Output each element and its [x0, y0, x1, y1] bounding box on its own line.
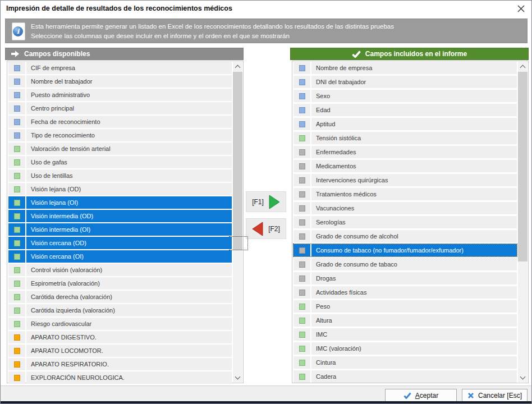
list-item[interactable]: IMC (valoración): [293, 342, 517, 355]
list-item[interactable]: Grado de consumo de tabaco: [293, 258, 517, 270]
list-item[interactable]: IMC: [293, 328, 517, 341]
field-type-icon: [299, 107, 305, 113]
list-item[interactable]: CIF de empresa: [8, 62, 232, 74]
list-item[interactable]: Edad: [293, 104, 517, 116]
list-item[interactable]: Carótida izquierda (valoración): [8, 304, 232, 316]
field-color-cell: [8, 116, 25, 128]
list-item[interactable]: Visión intermedia (OD): [8, 210, 232, 222]
list-item-label: Puesto administrativo: [26, 89, 232, 101]
list-item[interactable]: Aptitud: [293, 118, 517, 130]
field-type-icon: [299, 360, 305, 366]
list-item[interactable]: APARATO RESPIRATORIO.: [8, 358, 232, 370]
list-item[interactable]: Puesto administrativo: [8, 89, 232, 101]
list-item[interactable]: Serologías: [293, 216, 517, 228]
field-color-cell: [293, 314, 310, 327]
scroll-up-icon[interactable]: [233, 62, 242, 71]
field-color-cell: [293, 132, 310, 144]
scroll-down-icon[interactable]: [518, 373, 528, 382]
info-line-2: Seleccione las columnas que desee inclui…: [31, 31, 521, 41]
list-item-label: CIF de empresa: [26, 62, 232, 74]
list-item[interactable]: Medicamentos: [293, 160, 517, 172]
list-item[interactable]: Altura: [293, 314, 517, 327]
list-item-label: Cintura: [311, 356, 517, 369]
accept-button[interactable]: Aceptar: [385, 389, 457, 402]
list-item[interactable]: Enfermedades: [293, 146, 517, 158]
field-type-icon: [14, 307, 20, 314]
list-item-label: DNI del trabajador: [311, 76, 517, 88]
list-item[interactable]: Visión cercana (OD): [8, 237, 232, 249]
list-item[interactable]: Uso de gafas: [8, 156, 232, 168]
list-item[interactable]: APARATO LOCOMOTOR.: [8, 345, 232, 357]
list-item[interactable]: Visión lejana (OI): [8, 196, 232, 209]
field-color-cell: [8, 277, 25, 290]
scroll-down-icon[interactable]: [233, 373, 242, 382]
field-type-icon: [14, 65, 20, 71]
dialog-window: Impresión de detalle de resultados de lo…: [0, 0, 532, 404]
list-item[interactable]: Cintura: [293, 356, 517, 369]
list-item[interactable]: Riesgo cardiovascular: [8, 318, 232, 330]
list-item[interactable]: Cadera: [293, 370, 517, 383]
list-item-label: Fecha de reconocimiento: [26, 116, 232, 128]
field-color-cell: [293, 272, 310, 284]
list-item[interactable]: Control visión (valoración): [8, 264, 232, 276]
field-color-cell: [293, 90, 310, 102]
f2-key-label: [F2]: [268, 225, 280, 233]
list-item[interactable]: Carótida derecha (valoración): [8, 291, 232, 303]
list-item[interactable]: APARATO DIGESTIVO.: [8, 331, 232, 343]
list-item[interactable]: Visión intermedia (OI): [8, 223, 232, 236]
scrollbar[interactable]: [233, 62, 242, 382]
list-item[interactable]: Peso: [293, 300, 517, 313]
list-item[interactable]: Vacunaciones: [293, 202, 517, 214]
list-item[interactable]: Tipo de reconocimiento: [8, 129, 232, 141]
scrollbar-thumb[interactable]: [233, 72, 242, 250]
list-item[interactable]: Sexo: [293, 90, 517, 102]
list-item-label: Serologías: [311, 216, 517, 228]
field-color-cell: [8, 304, 25, 316]
list-item[interactable]: Visión cercana (OI): [8, 250, 232, 263]
field-color-cell: [293, 146, 310, 158]
field-type-icon: [14, 294, 20, 300]
available-fields-list[interactable]: CIF de empresaNombre del trabajadorPuest…: [7, 61, 244, 383]
list-item[interactable]: Tensión sistólica: [293, 132, 517, 144]
list-item[interactable]: Intervenciones quirúrgicas: [293, 174, 517, 186]
list-item[interactable]: Tratamientos médicos: [293, 188, 517, 200]
field-color-cell: [8, 143, 25, 155]
list-item[interactable]: Espirometría (valoración): [8, 277, 232, 290]
scroll-up-icon[interactable]: [518, 62, 528, 71]
list-item-label: APARATO RESPIRATORIO.: [26, 358, 232, 370]
move-left-button[interactable]: [F2]: [246, 218, 286, 239]
list-item[interactable]: Valoración de tensión arterial: [8, 143, 232, 155]
list-item-label: APARATO DIGESTIVO.: [26, 331, 232, 343]
close-icon[interactable]: [517, 4, 525, 13]
list-item-label: IMC: [311, 328, 517, 341]
list-item[interactable]: EXPLORACIÓN NEUROLOGICA.: [8, 371, 232, 384]
field-color-cell: [8, 89, 25, 101]
field-color-cell: [293, 118, 310, 130]
scrollbar-thumb[interactable]: [518, 72, 528, 261]
info-banner: i Esta herramienta permite generar un li…: [5, 19, 528, 43]
list-item-label: Peso: [311, 300, 517, 313]
list-item[interactable]: Centro principal: [8, 102, 232, 114]
field-type-icon: [14, 321, 20, 327]
field-type-icon: [14, 159, 20, 166]
scrollbar[interactable]: [518, 62, 528, 382]
list-item[interactable]: DNI del trabajador: [293, 76, 517, 88]
list-item-label: Nombre del trabajador: [26, 75, 232, 88]
list-item[interactable]: Uso de lentillas: [8, 169, 232, 182]
list-item[interactable]: Nombre de empresa: [293, 62, 517, 74]
list-item[interactable]: Nombre del trabajador: [8, 75, 232, 88]
list-item[interactable]: Visión lejana (OD): [8, 183, 232, 195]
list-item[interactable]: Fecha de reconocimiento: [8, 116, 232, 128]
cancel-button[interactable]: Cancelar [Esc]: [462, 389, 528, 402]
included-fields-list[interactable]: Nombre de empresaDNI del trabajadorSexoE…: [292, 61, 529, 383]
field-color-cell: [293, 300, 310, 313]
field-type-icon: [14, 213, 20, 219]
list-item[interactable]: Drogas: [293, 272, 517, 284]
list-item[interactable]: Consumo de tabaco (no fumador/fumador/ex…: [293, 244, 517, 256]
list-item[interactable]: Grado de consumo de alcohol: [293, 230, 517, 242]
field-color-cell: [8, 169, 25, 182]
info-line-1: Esta herramienta permite generar un list…: [31, 22, 521, 31]
accept-button-label: Aceptar: [415, 392, 438, 400]
move-right-button[interactable]: [F1]: [246, 191, 286, 212]
list-item[interactable]: Actividades físicas: [293, 286, 517, 299]
